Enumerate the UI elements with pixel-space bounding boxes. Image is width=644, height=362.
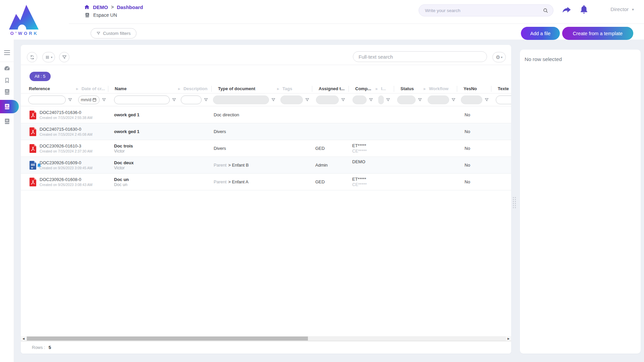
pdf-file-icon	[30, 127, 37, 136]
col-header-status[interactable]: Status	[394, 86, 422, 92]
table-settings-button[interactable]: ⚙▾	[492, 52, 506, 62]
col-header-name[interactable]: Name	[108, 86, 177, 92]
documents-table-panel: ▾ ⚙▾ All : 5 Reference Date of cr... Nam…	[21, 45, 511, 354]
filter-input-status-disabled	[397, 96, 416, 104]
space-label: Espace UN	[93, 12, 117, 18]
home-icon[interactable]	[84, 4, 90, 10]
col-header-texte[interactable]: Texte	[491, 86, 511, 92]
filter-funnel-icon[interactable]	[102, 98, 106, 102]
bookmark-icon	[4, 77, 10, 84]
col-header-assigned-to[interactable]: Assigned t...	[312, 86, 348, 92]
filter-funnel-icon[interactable]	[341, 98, 345, 102]
sidebar-item-bookmarks[interactable]	[0, 77, 14, 84]
scroll-right-arrow-icon[interactable]: ▶	[506, 336, 511, 341]
funnel-icon	[62, 55, 67, 60]
details-panel: No row selected	[520, 50, 641, 354]
table-row[interactable]: DOC230926-01608-0Created on 9/26/2023 3:…	[21, 174, 511, 190]
col-header-yesno[interactable]: YesNo	[457, 86, 491, 92]
sidebar-menu-toggle[interactable]	[0, 50, 14, 55]
col-header-i[interactable]: I...	[374, 86, 394, 91]
filter-funnel-icon[interactable]	[369, 98, 373, 102]
logo-wordmark: O'WORK	[5, 31, 44, 36]
breadcrumb: DEMO > Dashboard	[84, 4, 143, 10]
header-divider	[69, 23, 644, 24]
cell-assigned: Admin	[312, 157, 348, 173]
sidebar-item-library[interactable]	[0, 88, 14, 95]
table-row[interactable]: w DOC230926-01609-0Created on 9/26/2023 …	[21, 157, 511, 174]
cell-assigned	[312, 123, 348, 140]
sidebar-item-archive[interactable]	[0, 118, 14, 125]
no-row-selected-text: No row selected	[520, 50, 641, 62]
cell-company	[348, 107, 374, 123]
col-header-company[interactable]: Comp...	[348, 86, 374, 92]
gauge-icon	[4, 65, 10, 72]
funnel-icon	[96, 31, 101, 36]
global-search	[419, 4, 553, 16]
pdf-file-icon	[30, 178, 37, 186]
panel-resize-handle[interactable]	[513, 197, 516, 208]
col-header-date-of-creation[interactable]: Date of cr...	[75, 86, 108, 91]
breadcrumb-root[interactable]: DEMO	[93, 4, 108, 10]
filter-input-reference[interactable]	[28, 96, 66, 104]
cell-name: Doc unDoc un	[108, 177, 177, 187]
cell-reference: DOC230926-01608-0Created on 9/26/2023 3:…	[23, 177, 75, 187]
table-header-row: Reference Date of cr... Name Description…	[23, 84, 511, 94]
space-label-row: Espace UN	[85, 12, 117, 18]
book-icon	[4, 88, 10, 95]
filter-input-description[interactable]	[181, 96, 202, 104]
add-file-button[interactable]: Add a file	[521, 27, 560, 40]
chevron-down-icon: ▾	[632, 7, 634, 12]
breadcrumb-current[interactable]: Dashboard	[117, 4, 143, 10]
col-header-type-of-document[interactable]: Type of document	[211, 86, 276, 92]
full-text-search-input[interactable]	[353, 52, 487, 62]
columns-picker-button[interactable]: ▾	[42, 52, 55, 62]
cell-name: Doc deuxVictor	[108, 160, 177, 170]
filter-input-name[interactable]	[114, 96, 170, 104]
filter-funnel-icon[interactable]	[172, 98, 176, 102]
table-row[interactable]: DOC230926-01610-3Created on 7/15/2024 2:…	[21, 140, 511, 157]
full-text-search	[353, 51, 487, 62]
filter-input-assigned-disabled	[316, 96, 339, 104]
cell-type: Divers	[211, 146, 276, 151]
user-role-label: Director	[610, 6, 629, 12]
filter-funnel-icon[interactable]	[68, 98, 72, 102]
sidebar	[0, 40, 14, 362]
global-search-input[interactable]	[419, 5, 540, 16]
custom-filters-button[interactable]: Custom filters	[91, 28, 137, 39]
filter-funnel-icon[interactable]	[484, 98, 489, 102]
filter-chip-all[interactable]: All : 5	[30, 72, 51, 81]
sidebar-item-documents-active[interactable]	[0, 100, 19, 113]
toolbar-divider	[21, 65, 511, 65]
scroll-left-arrow-icon[interactable]: ◀	[21, 336, 26, 341]
filter-input-date[interactable]: mm/d	[78, 96, 100, 104]
col-header-reference[interactable]: Reference	[23, 86, 75, 91]
table-row[interactable]: DOC240715-01636-0Created on 7/15/2024 2:…	[21, 107, 511, 123]
filter-funnel-icon[interactable]	[305, 98, 310, 102]
filter-funnel-icon[interactable]	[418, 98, 422, 102]
cell-yesno: No	[457, 140, 491, 157]
col-header-workflow[interactable]: Workflow	[422, 86, 457, 91]
share-icon[interactable]	[561, 5, 572, 15]
scrollbar-thumb[interactable]	[27, 337, 308, 341]
table-footer: Rows : 5	[21, 341, 511, 354]
cell-yesno: No	[457, 157, 491, 173]
cell-name: owork ged 1	[108, 112, 177, 117]
user-role-dropdown[interactable]: Director ▾	[610, 6, 634, 12]
table-filter-button[interactable]	[59, 52, 69, 62]
filter-input-yesno-disabled	[461, 96, 482, 104]
table-row[interactable]: DOC240715-01630-0Created on 7/15/2024 2:…	[21, 123, 511, 140]
search-icon[interactable]	[543, 8, 548, 13]
create-from-template-button[interactable]: Create from a template	[562, 27, 633, 40]
cell-reference: DOC240715-01636-0Created on 7/15/2024 2:…	[23, 110, 75, 120]
notifications-bell-icon[interactable]	[579, 4, 589, 14]
filter-funnel-icon[interactable]	[451, 98, 456, 102]
col-header-description[interactable]: Description	[177, 86, 211, 91]
filter-input-texte[interactable]	[496, 96, 511, 104]
col-header-tags[interactable]: Tags	[276, 86, 312, 91]
refresh-button[interactable]	[27, 52, 37, 62]
filter-funnel-icon[interactable]	[271, 98, 276, 102]
cell-company: ET*****CE*****	[348, 140, 374, 157]
filter-funnel-icon[interactable]	[204, 98, 208, 102]
filter-funnel-icon[interactable]	[386, 98, 390, 102]
sidebar-item-dashboard[interactable]	[0, 65, 14, 72]
